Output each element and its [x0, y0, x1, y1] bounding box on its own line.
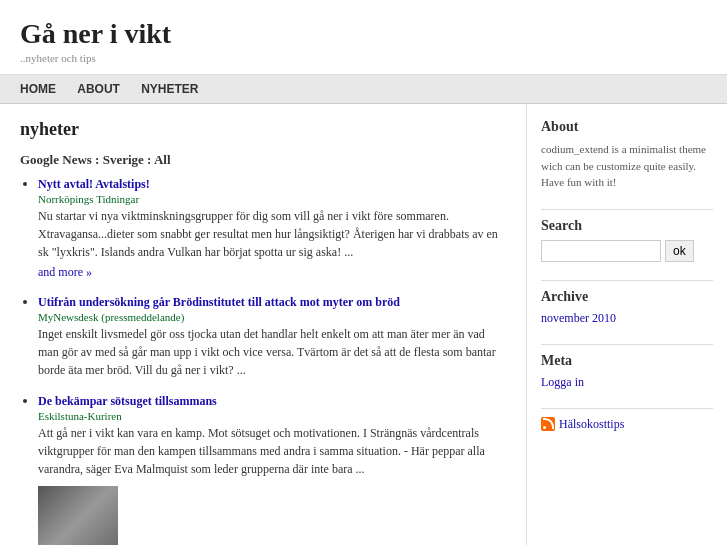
news-image-placeholder [38, 486, 118, 545]
news-title[interactable]: Utifrån undersökning går Brödinstitutet … [38, 295, 506, 310]
page-header: Gå ner i vikt ..nyheter och tips [0, 0, 727, 75]
rss-label: Hälsokosttips [559, 417, 624, 432]
news-desc: Nu startar vi nya viktminskningsgrupper … [38, 209, 498, 259]
search-section: Search ok [541, 218, 713, 262]
search-form: ok [541, 240, 713, 262]
news-desc: Att gå ner i vikt kan vara en kamp. Mot … [38, 426, 485, 476]
search-input[interactable] [541, 240, 661, 262]
about-section: About codium_extend is a minimalist them… [541, 119, 713, 191]
rss-icon [541, 417, 555, 431]
list-item: Utifrån undersökning går Brödinstitutet … [38, 294, 506, 379]
news-source: MyNewsdesk (pressmeddelande) [38, 311, 506, 323]
main-nav: HOME ABOUT NYHETER [0, 75, 727, 104]
news-image [38, 486, 118, 545]
meta-login-link[interactable]: Logga in [541, 375, 713, 390]
nav-about[interactable]: ABOUT [77, 82, 120, 96]
and-more: and more » [38, 265, 506, 280]
and-more-link[interactable]: and more » [38, 265, 92, 279]
news-desc: Inget enskilt livsmedel gör oss tjocka u… [38, 327, 496, 377]
news-source: Norrköpings Tidningar [38, 193, 506, 205]
content-wrapper: nyheter Google News : Sverige : All Nytt… [0, 104, 727, 545]
rss-section: Hälsokosttips [541, 417, 713, 432]
section-title: Google News : Sverige : All [20, 152, 506, 168]
meta-section: Meta Logga in [541, 353, 713, 390]
list-item: Nytt avtal! Avtalstips! Norrköpings Tidn… [38, 176, 506, 280]
divider [541, 344, 713, 345]
list-item: De bekämpar sötsuget tillsammans Eskilst… [38, 393, 506, 545]
about-title: About [541, 119, 713, 135]
news-source: Eskilstuna-Kuriren [38, 410, 506, 422]
about-text: codium_extend is a minimalist theme wich… [541, 141, 713, 191]
sidebar: About codium_extend is a minimalist them… [527, 104, 727, 545]
page-title: nyheter [20, 119, 506, 140]
rss-link[interactable]: Hälsokosttips [541, 417, 713, 432]
archive-section: Archive november 2010 [541, 289, 713, 326]
archive-link[interactable]: november 2010 [541, 311, 713, 326]
news-title[interactable]: Nytt avtal! Avtalstips! [38, 177, 506, 192]
archive-title: Archive [541, 289, 713, 305]
divider [541, 408, 713, 409]
meta-title: Meta [541, 353, 713, 369]
divider [541, 209, 713, 210]
nav-home[interactable]: HOME [20, 82, 56, 96]
site-subtitle: ..nyheter och tips [20, 52, 707, 64]
news-list: Nytt avtal! Avtalstips! Norrköpings Tidn… [20, 176, 506, 545]
search-title: Search [541, 218, 713, 234]
news-title[interactable]: De bekämpar sötsuget tillsammans [38, 394, 506, 409]
nav-nyheter[interactable]: NYHETER [141, 82, 198, 96]
main-content: nyheter Google News : Sverige : All Nytt… [0, 104, 527, 545]
search-button[interactable]: ok [665, 240, 694, 262]
divider [541, 280, 713, 281]
site-title: Gå ner i vikt [20, 18, 707, 50]
